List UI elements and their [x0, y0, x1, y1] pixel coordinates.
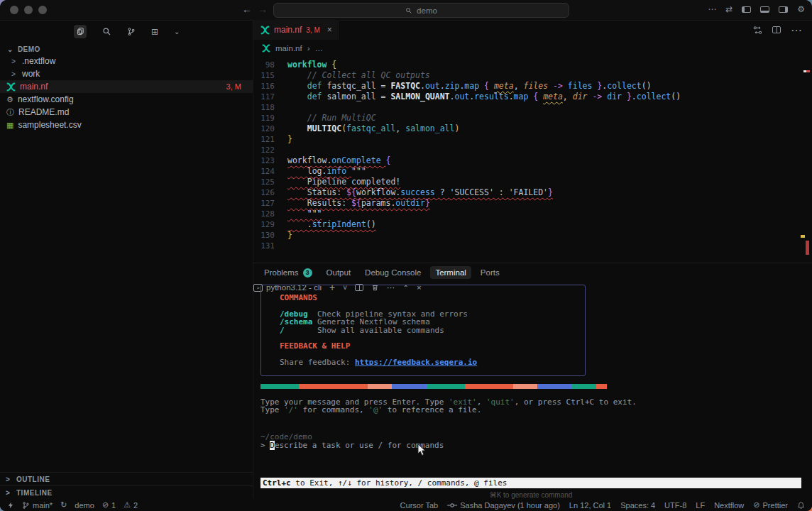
code-text: """: [275, 209, 322, 219]
formatter-prettier[interactable]: ⊘Prettier: [753, 500, 788, 510]
line-number: 118: [253, 102, 275, 113]
code-editor[interactable]: 98workflow {115 // Collect all QC output…: [253, 57, 812, 263]
code-line: 124 log.info """: [253, 166, 812, 177]
breadcrumb[interactable]: main.nf › …: [253, 40, 812, 57]
toggle-secondary-sidebar-icon[interactable]: [779, 6, 788, 13]
views-chevron-icon[interactable]: ⌄: [174, 28, 180, 35]
customize-layout-icon[interactable]: ⚙: [797, 4, 805, 14]
line-number: 121: [253, 134, 275, 145]
minimize-window-button[interactable]: [24, 6, 33, 14]
split-editor-icon[interactable]: [772, 26, 781, 33]
section-timeline[interactable]: >TIMELINE: [0, 485, 253, 499]
file-samplesheet-csv[interactable]: ▦samplesheet.csv: [0, 119, 253, 131]
notifications-bell[interactable]: [797, 501, 805, 510]
source-control-icon[interactable]: [127, 27, 136, 36]
file-main-nf[interactable]: main.nf3, M: [0, 80, 253, 93]
git-branch[interactable]: main*: [22, 501, 53, 510]
code-line: 125 Pipeline completed!: [253, 177, 812, 187]
sidebar-bottom-sections: >OUTLINE>TIMELINE: [0, 472, 253, 499]
tab-ports[interactable]: Ports: [476, 266, 505, 279]
code-line: 120 MULTIQC(fastqc_all, salmon_all): [253, 123, 812, 134]
search-icon[interactable]: [102, 27, 111, 36]
code-line: 128 """: [253, 209, 812, 219]
code-line: 127 Results: ${params.outdir}: [253, 198, 812, 209]
code-text: def salmon_all = SALMON_QUANT.out.result…: [275, 92, 681, 102]
info-icon: ⓘ: [6, 107, 14, 118]
indentation[interactable]: Spaces: 4: [620, 501, 655, 510]
explorer-section-header[interactable]: ⌄ DEMO: [0, 42, 253, 55]
code-line: 98workflow {: [253, 60, 812, 70]
breadcrumb-file[interactable]: main.nf: [275, 44, 302, 53]
eol[interactable]: LF: [696, 501, 705, 510]
code-text: }: [275, 230, 292, 241]
problems-warnings[interactable]: ⚠2: [124, 500, 138, 510]
problems-errors[interactable]: ⊘1: [102, 500, 116, 510]
status-label: 2: [133, 501, 138, 510]
sync-status[interactable]: ↻: [60, 500, 67, 510]
tab-debug-console[interactable]: Debug Console: [360, 266, 426, 279]
compare-changes-icon[interactable]: [753, 26, 762, 35]
line-number: 127: [253, 198, 275, 209]
tab-problems-badge: 3, M: [306, 26, 319, 34]
warning-icon: ⚠: [124, 500, 131, 510]
git-status-badge: 3, M: [226, 82, 241, 91]
profile-demo[interactable]: demo: [75, 501, 94, 510]
encoding[interactable]: UTF-8: [664, 501, 686, 510]
toggle-sidebar-icon[interactable]: [742, 6, 751, 13]
nextflow-icon: [6, 82, 16, 92]
search-value: demo: [417, 6, 437, 15]
file-nextflow-config[interactable]: ⚙nextflow.config: [0, 93, 253, 106]
code-line: 115 // Collect all QC outputs: [253, 70, 812, 81]
back-icon[interactable]: ←: [242, 4, 252, 15]
terminal-hint-bar: Ctrl+c to Exit, ↑/↓ for history, / comma…: [260, 478, 801, 488]
tab-main-nf[interactable]: main.nf 3, M ×: [253, 20, 340, 40]
chevron-right-icon: >: [6, 476, 12, 483]
feedback-link[interactable]: https://feedback.seqera.io: [355, 358, 477, 367]
overview-mark: [806, 70, 810, 72]
zoom-window-button[interactable]: [38, 6, 47, 14]
toggle-panel-icon[interactable]: [760, 6, 769, 13]
line-number: 98: [253, 60, 275, 70]
status-label: Nextflow: [714, 501, 744, 510]
breadcrumb-separator: ›: [307, 44, 310, 53]
folder-nextflow[interactable]: >.nextflow: [0, 55, 253, 67]
status-label: demo: [75, 501, 94, 510]
git-blame[interactable]: Sasha Dagayev (1 hour ago): [447, 501, 560, 510]
code-line: 117 def salmon_all = SALMON_QUANT.out.re…: [253, 92, 812, 102]
extensions-icon[interactable]: ⊞: [151, 27, 158, 37]
explorer-icon[interactable]: [74, 25, 87, 38]
cursor-tab[interactable]: Cursor Tab: [400, 501, 439, 510]
tab-problems[interactable]: Problems3: [259, 266, 317, 280]
tab-output[interactable]: Output: [322, 266, 356, 279]
project-name: DEMO: [18, 45, 40, 53]
breadcrumb-symbol[interactable]: …: [315, 44, 324, 53]
tab-terminal[interactable]: Terminal: [430, 266, 471, 279]
nextflow-icon: [260, 26, 270, 35]
language-mode[interactable]: Nextflow: [714, 501, 744, 510]
more-actions-icon[interactable]: ⋯: [791, 23, 802, 37]
folder-work[interactable]: >work: [0, 67, 253, 80]
command-name: /schema: [280, 318, 317, 326]
file-readme-md[interactable]: ⓘREADME.md: [0, 106, 253, 119]
editor-actions: ⋯: [753, 20, 812, 40]
panel-tab-label: Ports: [481, 268, 500, 277]
swap-arrows-icon[interactable]: ⇄: [725, 4, 733, 14]
terminal-prompt[interactable]: > Describe a task or use / for commands: [260, 441, 803, 450]
status-label: 1: [111, 501, 116, 510]
titlebar-search[interactable]: demo: [273, 3, 569, 18]
cursor-position[interactable]: Ln 12, Col 1: [569, 501, 611, 510]
panel-tab-label: Terminal: [435, 268, 466, 277]
more-actions-icon[interactable]: ⋯: [708, 4, 716, 14]
activity-icons: ⊞ ⌄: [0, 20, 253, 42]
close-window-button[interactable]: [10, 6, 18, 14]
close-tab-icon[interactable]: ×: [327, 25, 332, 35]
chevron-right-icon: >: [11, 57, 18, 65]
status-label: LF: [696, 501, 705, 510]
titlebar: ← → demo ⋯ ⇄ ⚙: [0, 0, 812, 21]
section-outline[interactable]: >OUTLINE: [0, 472, 253, 485]
remote-indicator[interactable]: [7, 501, 14, 510]
code-text: [275, 145, 287, 155]
terminal-content[interactable]: COMMANDS /debugCheck pipeline syntax and…: [260, 285, 803, 499]
line-number: 119: [253, 113, 275, 123]
code-line: 130}: [253, 230, 812, 241]
